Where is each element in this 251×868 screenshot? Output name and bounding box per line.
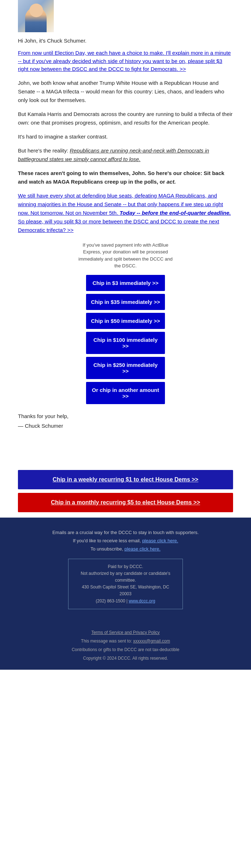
donation-btn-50[interactable]: Chip in $50 immediately >> <box>86 313 165 329</box>
footer-sent-to-prefix: This message was sent to: <box>81 639 133 644</box>
recurring-btn-weekly[interactable]: Chip in a weekly recurring $1 to elect H… <box>18 470 233 489</box>
footer-bottom: Terms of Service and Privacy Policy This… <box>0 625 251 670</box>
donation-btn-3[interactable]: Chip in $3 immediately >> <box>86 275 165 291</box>
paragraph-3: It's hard to imagine a starker contrast. <box>18 132 233 141</box>
footer-bottom-line1[interactable]: Terms of Service and Privacy Policy <box>18 628 233 637</box>
terms-privacy-link[interactable]: Terms of Service and Privacy Policy <box>91 630 160 635</box>
paragraph-2-italic: results <box>134 120 150 126</box>
disclaimer-line2: Not authorized by any candidate or candi… <box>76 570 175 584</box>
paragraph-4-prefix: But here's the reality: <box>18 147 70 154</box>
footer-line3-prefix: To unsubscribe, <box>90 546 124 552</box>
footer-line2: If you'd like to receive less email, ple… <box>18 537 233 545</box>
closing-signature: — Chuck Schumer <box>18 421 233 431</box>
payment-notice: If you've saved payment info with ActBlu… <box>75 242 176 270</box>
footer-bottom-line3: Contributions or gifts to the DCCC are n… <box>18 645 233 654</box>
intro-link[interactable]: From now until Election Day, we each hav… <box>18 49 233 73</box>
donation-buttons: Chip in $3 immediately >> Chip in $35 im… <box>18 275 233 404</box>
cta-link[interactable]: We still have every shot at defending bl… <box>18 191 233 234</box>
email-container: Hi John, it's Chuck Schumer. From now un… <box>0 0 251 670</box>
footer-unsubscribe-link[interactable]: please click here. <box>124 546 160 552</box>
footer-line2-prefix: If you'd like to receive less email, <box>73 538 142 543</box>
footer-line1: Emails are a crucial way for the DCCC to… <box>18 528 233 537</box>
footer-bottom-line4: Copyright © 2024 DCCC. All rights reserv… <box>18 654 233 663</box>
spacer <box>18 431 233 459</box>
disclaimer-line3: 430 South Capitol Street SE, Washington,… <box>76 584 175 597</box>
footer-email-link[interactable]: xxxxxx@gmail.com <box>133 639 170 644</box>
footer-line3: To unsubscribe, please click here. <box>18 545 233 553</box>
donation-btn-35[interactable]: Chip in $35 immediately >> <box>86 294 165 310</box>
donation-btn-100[interactable]: Chip in $100 immediately >> <box>86 332 165 354</box>
recurring-btn-monthly[interactable]: Chip in a monthly recurring $5 to elect … <box>18 493 233 512</box>
disclaimer-line4: (202) 863-1500 | www.dccc.org <box>76 598 175 605</box>
donation-btn-other[interactable]: Or chip in another amount >> <box>86 382 165 404</box>
paragraph-4: But here's the reality: Republicans are … <box>18 146 233 164</box>
footer-less-email-link[interactable]: please click here. <box>142 538 178 543</box>
disclaimer-line4-prefix: (202) 863-1500 | <box>96 598 129 603</box>
footer-bottom-line2: This message was sent to: xxxxxx@gmail.c… <box>18 637 233 645</box>
disclaimer-line1: Paid for by DCCC. <box>76 563 175 570</box>
paragraph-5: These races aren't going to win themselv… <box>18 169 233 186</box>
dccc-website-link[interactable]: www.dccc.org <box>129 598 155 603</box>
cta-text: We still have every shot at defending bl… <box>18 193 231 233</box>
paragraph-5-bold: These races aren't going to win themselv… <box>18 170 224 185</box>
paragraph-2-suffix: for the American people. <box>150 120 210 126</box>
recurring-section: Chip in a weekly recurring $1 to elect H… <box>0 465 251 518</box>
avatar <box>18 0 54 32</box>
content-area: Hi John, it's Chuck Schumer. From now un… <box>0 32 251 465</box>
closing-thanks: Thanks for your help, <box>18 411 233 421</box>
closing: Thanks for your help, — Chuck Schumer <box>18 411 233 431</box>
footer-disclaimer: Paid for by DCCC. Not authorized by any … <box>68 559 183 609</box>
paragraph-1: John, we both know what another Trump Wh… <box>18 79 233 105</box>
footer-section: Emails are a crucial way for the DCCC to… <box>0 518 251 625</box>
donation-btn-250[interactable]: Chip in $250 immediately >> <box>86 357 165 379</box>
greeting-text: Hi John, it's Chuck Schumer. <box>18 38 233 44</box>
paragraph-2: But Kamala Harris and Democrats across t… <box>18 110 233 127</box>
